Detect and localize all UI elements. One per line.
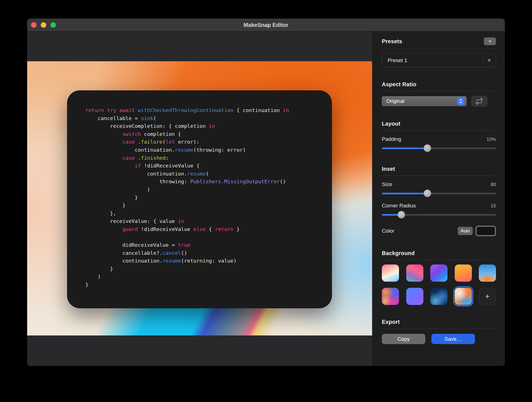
divider (382, 175, 496, 176)
code-line: case .finished: (85, 154, 314, 162)
titlebar[interactable]: MakeSnap Editor (27, 19, 505, 31)
code-line: if !didReceiveValue { (85, 162, 314, 170)
aspect-ratio-select[interactable]: Original (382, 96, 467, 106)
aspect-ratio-section: Aspect Ratio Original (382, 81, 496, 107)
code-line: guard !didReceiveValue else { return } (85, 225, 314, 233)
background-swatch-orange-blue-swirl[interactable] (455, 288, 472, 305)
code-line: receiveCompletion: { completion in (85, 122, 314, 130)
code-snippet-window[interactable]: return try await withCheckedThrowingCont… (67, 90, 332, 308)
code-line: continuation.resume( (85, 170, 314, 178)
padding-label: Padding (382, 136, 401, 142)
preview-canvas[interactable]: return try await withCheckedThrowingCont… (27, 61, 372, 335)
padding-value: 10% (487, 137, 496, 142)
delete-preset-icon[interactable]: ✕ (487, 58, 491, 63)
background-section: Background + (382, 250, 496, 305)
sidebar: Presets + Preset 1 ✕ Aspect Ratio (372, 31, 505, 366)
padding-slider-knob[interactable] (424, 144, 431, 152)
color-well[interactable] (475, 226, 496, 236)
chevron-up-down-icon (457, 97, 464, 105)
code-line: }, (85, 210, 314, 218)
code-line: case .failure(let error): (85, 138, 314, 146)
rotate-orientation-button[interactable] (471, 96, 488, 107)
code-line (85, 233, 314, 241)
preset-item[interactable]: Preset 1 ✕ (382, 54, 496, 67)
presets-header: Presets (382, 38, 402, 45)
code-line: ) (85, 186, 314, 194)
add-background-button[interactable]: + (479, 288, 496, 305)
rotate-icon (475, 98, 484, 105)
background-swatch-pink-cream-blue-gradient[interactable] (382, 264, 399, 282)
preset-name: Preset 1 (388, 57, 483, 63)
divider (382, 91, 496, 91)
corner-radius-value: 15 (491, 203, 496, 209)
background-swatch-magenta-teal-gradient[interactable] (406, 264, 423, 282)
background-swatch-grid: + (382, 264, 496, 305)
divider (382, 329, 496, 329)
background-swatch-blue-orange-blur[interactable] (479, 264, 496, 282)
inset-size-label: Size (382, 181, 392, 187)
inset-header: Inset (382, 166, 395, 172)
export-header: Export (382, 319, 400, 325)
window-content: return try await withCheckedThrowingCont… (27, 31, 505, 366)
code-line: } (85, 194, 314, 202)
add-preset-button[interactable]: + (484, 37, 496, 45)
code-line: ) (85, 273, 314, 281)
inset-size-value: 80 (491, 182, 496, 187)
code-line: throwing: Publishers.MissingOutputError(… (85, 178, 314, 186)
traffic-lights (31, 22, 56, 28)
code-line: continuation.resume(returning: value) (85, 257, 314, 265)
canvas-pane: return try await withCheckedThrowingCont… (27, 31, 372, 366)
background-swatch-bigsur-wave[interactable] (430, 264, 447, 282)
corner-radius-slider[interactable] (382, 211, 496, 218)
aspect-ratio-selected-value: Original (386, 98, 457, 104)
code-line: cancellable?.cancel() (85, 249, 314, 257)
desktop: MakeSnap Editor return try await withChe… (0, 0, 532, 402)
inset-size-slider-knob[interactable] (424, 190, 431, 197)
export-section: Export Copy Save… (382, 319, 496, 344)
save-button[interactable]: Save… (431, 334, 475, 344)
corner-radius-slider-knob[interactable] (398, 211, 405, 218)
layout-section: Layout Padding 10% (382, 121, 496, 152)
preset-separator (483, 57, 483, 63)
layout-header: Layout (382, 121, 400, 127)
code-line: return try await withCheckedThrowingCont… (85, 106, 314, 115)
code-line: } (85, 202, 314, 210)
code-line: receiveValue: { value in (85, 217, 314, 225)
code-line: cancellable = sink( (85, 115, 314, 123)
background-swatch-blue-purple-gradient[interactable] (406, 288, 423, 305)
code-line: didReceiveValue = true (85, 241, 314, 249)
divider (382, 49, 496, 49)
divider (382, 130, 496, 131)
copy-button[interactable]: Copy (382, 334, 425, 344)
background-swatch-orange-gradient[interactable] (455, 264, 472, 282)
background-swatch-ventura-dark-blue[interactable] (430, 288, 447, 305)
code-line: continuation.resume(throwing: error) (85, 146, 314, 154)
background-swatch-nebula-multicolor[interactable] (382, 288, 399, 305)
aspect-ratio-header: Aspect Ratio (382, 81, 416, 88)
background-header: Background (382, 250, 415, 256)
padding-slider[interactable] (382, 144, 496, 152)
close-window-button[interactable] (31, 22, 37, 28)
presets-section: Presets + Preset 1 ✕ (382, 37, 496, 67)
window-title: MakeSnap Editor (27, 19, 505, 31)
inset-section: Inset Size 80 Corner Radius 15 (382, 166, 496, 236)
inset-color-label: Color (382, 228, 458, 234)
code-line: } (85, 265, 314, 273)
minimize-window-button[interactable] (41, 22, 46, 28)
code-content: return try await withCheckedThrowingCont… (67, 90, 332, 305)
zoom-window-button[interactable] (50, 22, 56, 28)
inset-size-slider[interactable] (382, 190, 496, 197)
color-auto-badge[interactable]: Auto (458, 227, 473, 235)
corner-radius-label: Corner Radius (382, 203, 416, 209)
divider (382, 260, 496, 260)
makesnap-window: MakeSnap Editor return try await withChe… (27, 19, 505, 366)
code-line: } (85, 281, 314, 289)
code-line: switch completion { (85, 130, 314, 138)
